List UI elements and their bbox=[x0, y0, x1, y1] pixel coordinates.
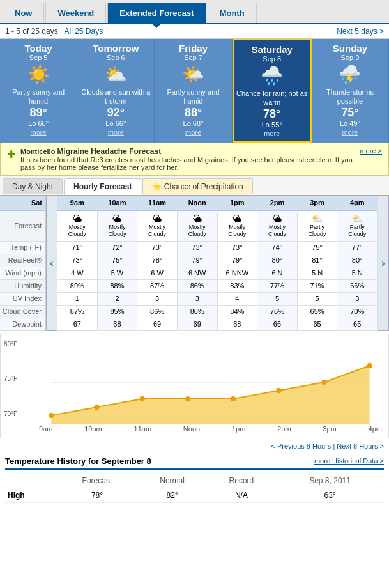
tab-now[interactable]: Now bbox=[3, 3, 44, 23]
chart-x-labels: 9am 10am 11am Noon 1pm 2pm 3pm 4pm bbox=[39, 424, 382, 433]
temp-history-table: Forecast Normal Record Sep 8, 2011 High … bbox=[5, 474, 384, 503]
chart-navigation: < Previous 8 Hours | Next 8 Hours > bbox=[0, 441, 389, 451]
svg-point-5 bbox=[94, 404, 100, 410]
hourly-col-9am: 9am 🌥 MostlyCloudy 71° 73° 4 W 89% 1 87%… bbox=[57, 196, 98, 331]
forecast-card-today[interactable]: Today Sep 5 ☀️ Partly sunny and humid 89… bbox=[0, 39, 77, 143]
temp-history-title: Temperature History for September 8 bbox=[5, 456, 151, 466]
hourly-prev-button[interactable]: ‹ bbox=[46, 196, 57, 331]
svg-point-11 bbox=[367, 362, 372, 368]
weather-icon-saturday: 🌧️ bbox=[236, 65, 308, 86]
tab-extended-forecast[interactable]: Extended Forecast bbox=[107, 3, 206, 23]
sub-tab-precipitation[interactable]: ⭐ Chance of Precipitation bbox=[142, 178, 252, 194]
forecast-card-friday[interactable]: Friday Sep 7 🌤️ Partly sunny and humid 8… bbox=[155, 39, 232, 143]
col-sep8: Sep 8, 2011 bbox=[276, 474, 384, 488]
sub-tab-day-night[interactable]: Day & Night bbox=[3, 178, 63, 194]
svg-point-10 bbox=[321, 379, 327, 385]
svg-point-6 bbox=[139, 396, 145, 401]
tab-month[interactable]: Month bbox=[208, 3, 257, 23]
migraine-more-link[interactable]: more > bbox=[360, 147, 382, 155]
more-link-sunday[interactable]: more bbox=[314, 128, 386, 136]
weather-icon-sunday: ⛈️ bbox=[314, 64, 386, 85]
hourly-col-3pm: 3pm ⛅ PartlyCloudy 75° 81° 5 N 71% 5 65%… bbox=[298, 196, 338, 331]
more-link-saturday[interactable]: more bbox=[236, 130, 308, 137]
weather-icon-today: ☀️ bbox=[3, 64, 74, 85]
temperature-chart bbox=[39, 341, 382, 424]
migraine-bar: ✚ Monticello Migraine Headache Forecast … bbox=[0, 143, 389, 176]
sub-tab-hourly-forecast[interactable]: Hourly Forecast bbox=[64, 178, 141, 195]
svg-point-8 bbox=[231, 396, 236, 401]
hourly-col-11am: 11am 🌥 MostlyCloudy 73° 78° 6 W 87% 3 86… bbox=[137, 196, 178, 331]
days-bar: 1 - 5 of 25 days | All 25 Days Next 5 da… bbox=[0, 24, 389, 39]
high-record: N/A bbox=[207, 488, 276, 502]
hourly-col-Noon: Noon 🌥 MostlyCloudy 73° 79° 6 NW 86% 3 8… bbox=[178, 196, 218, 331]
row-label-high: High bbox=[5, 488, 56, 502]
forecast-card-tomorrow[interactable]: Tomorrow Sep 6 ⛅ Clouds and sun with a t… bbox=[77, 39, 155, 143]
table-row: High 78° 82° N/A 63° bbox=[5, 488, 384, 502]
col-forecast: Forecast bbox=[56, 474, 137, 488]
hourly-col-4pm: 4pm ⛅ PartlyCloudy 77° 80° 5 N 66% 3 70%… bbox=[337, 196, 378, 331]
days-range: 1 - 5 of 25 days bbox=[5, 27, 58, 36]
next-hours-link[interactable]: Next 8 Hours > bbox=[337, 442, 384, 450]
more-historical-link[interactable]: more Historical Data > bbox=[314, 457, 384, 465]
tab-weekend[interactable]: Weekend bbox=[45, 3, 106, 23]
forecast-cards: Today Sep 5 ☀️ Partly sunny and humid 89… bbox=[0, 39, 389, 143]
hourly-col-1pm: 1pm 🌥 MostlyCloudy 73° 79° 6 NNW 83% 4 8… bbox=[218, 196, 258, 331]
weather-icon-tomorrow: ⛅ bbox=[80, 64, 151, 85]
hourly-col-2pm: 2pm 🌥 MostlyCloudy 74° 80° 6 N 77% 5 76%… bbox=[257, 196, 298, 331]
high-sep8: 63° bbox=[276, 488, 384, 502]
high-normal: 82° bbox=[137, 488, 206, 502]
more-link-friday[interactable]: more bbox=[157, 128, 229, 136]
high-forecast: 78° bbox=[56, 488, 137, 502]
hourly-next-button[interactable]: › bbox=[378, 196, 389, 331]
migraine-icon: ✚ bbox=[7, 148, 15, 160]
chart-y-labels: 80°F 75°F 70°F bbox=[4, 341, 17, 417]
more-link-today[interactable]: more bbox=[3, 128, 74, 136]
next-days-link[interactable]: Next 5 days > bbox=[337, 27, 384, 36]
forecast-card-sunday[interactable]: Sunday Sep 9 ⛈️ Thunderstorms possible 7… bbox=[312, 39, 389, 143]
sub-tabs: Day & Night Hourly Forecast ⭐ Chance of … bbox=[0, 176, 389, 196]
hourly-col-10am: 10am 🌥 MostlyCloudy 72° 75° 5 W 88% 2 85… bbox=[98, 196, 138, 331]
hourly-container: Sat Forecast Temp (°F) RealFeel® Wind (m… bbox=[0, 196, 389, 331]
svg-point-7 bbox=[185, 396, 191, 401]
svg-point-4 bbox=[49, 412, 54, 418]
forecast-card-saturday[interactable]: Saturday Sep 8 🌧️ Chance for rain; not a… bbox=[233, 39, 312, 143]
svg-marker-3 bbox=[51, 366, 369, 424]
col-normal: Normal bbox=[137, 474, 206, 488]
migraine-content: Monticello Migraine Headache Forecast It… bbox=[20, 147, 355, 171]
weather-icon-friday: 🌤️ bbox=[157, 64, 229, 85]
temp-history-section: Temperature History for September 8 more… bbox=[0, 451, 389, 508]
svg-point-9 bbox=[276, 387, 282, 393]
col-record: Record bbox=[207, 474, 276, 488]
more-link-tomorrow[interactable]: more bbox=[80, 128, 151, 136]
prev-hours-link[interactable]: < Previous 8 Hours bbox=[271, 442, 331, 450]
all-days-link[interactable]: All 25 Days bbox=[65, 27, 103, 36]
